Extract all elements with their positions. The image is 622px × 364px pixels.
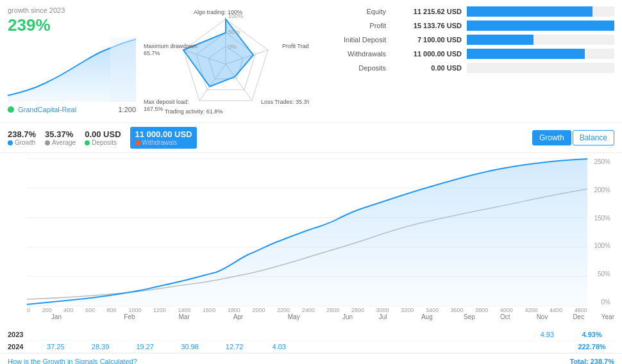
stat-value: 11 000.00 USD xyxy=(391,50,462,58)
year-row-2024: 2024 37.25 28.39 19.27 30.98 12.72 4.03 … xyxy=(8,341,614,353)
metric-value: 0.00 USD xyxy=(85,129,121,139)
svg-text:167.5%: 167.5% xyxy=(144,106,164,112)
svg-text:Loss Trades: 35.3%: Loss Trades: 35.3% xyxy=(261,99,309,105)
balance-button[interactable]: Balance xyxy=(573,130,614,145)
svg-text:Maximum drawdown:: Maximum drawdown: xyxy=(144,43,198,49)
svg-marker-9 xyxy=(183,19,253,87)
month-labels: Jan Feb Mar Apr May Jun Jul Aug Sep Oct … xyxy=(8,313,614,325)
svg-text:50%: 50% xyxy=(228,29,240,35)
year-total-2024: 222.78% xyxy=(569,343,614,351)
year-2023: 2023 xyxy=(8,331,33,338)
metric-value: 11 000.00 USD xyxy=(135,129,192,139)
metric-label: Growth xyxy=(8,139,36,146)
metric-value: 238.7% xyxy=(8,129,36,139)
stat-bar-container xyxy=(467,6,614,17)
svg-text:0%: 0% xyxy=(228,44,237,50)
growth-value: 239% xyxy=(8,15,136,35)
stat-bar-container xyxy=(467,49,614,59)
stat-row: Initial Deposit 7 100.00 USD xyxy=(315,35,614,45)
chart-area: 250% 200% 150% 100% 50% 0% 0 200 400 600… xyxy=(0,153,622,325)
metric-item: 0.00 USD Deposits xyxy=(85,129,121,146)
stat-row: Deposits 0.00 USD xyxy=(315,63,614,73)
stat-row: Equity 11 215.62 USD xyxy=(315,6,614,17)
stat-label: Equity xyxy=(315,8,386,15)
metric-dot xyxy=(85,140,90,145)
stat-bar-container xyxy=(467,21,614,31)
footer: How is the Growth in Signals Calculated?… xyxy=(0,353,622,364)
y-label-0: 0% xyxy=(591,299,612,306)
y-label-200: 200% xyxy=(591,186,612,194)
stat-label: Withdrawals xyxy=(315,50,386,58)
month-feb-2024: 28.39 xyxy=(78,343,123,351)
broker-dot xyxy=(8,106,14,113)
mini-chart xyxy=(8,38,136,102)
stat-bar xyxy=(467,6,593,17)
growth-button[interactable]: Growth xyxy=(532,130,571,145)
metric-row: 238.7% Growth 35.37% Average 0.00 USD De… xyxy=(0,122,622,153)
growth-since-label: growth since 2023 xyxy=(8,6,136,14)
month-dec-2023: 4.93 xyxy=(525,331,570,338)
svg-text:Max deposit load:: Max deposit load: xyxy=(144,99,189,105)
stat-value: 11 215.62 USD xyxy=(391,8,462,15)
stat-bar-container xyxy=(467,35,614,45)
metric-label: Deposits xyxy=(85,139,121,146)
stat-label: Profit xyxy=(315,22,386,29)
month-jun-2024: 4.03 xyxy=(256,343,301,351)
y-label-50: 50% xyxy=(591,270,612,277)
y-label-250: 250% xyxy=(591,158,612,165)
stat-row: Withdrawals 11 000.00 USD xyxy=(315,49,614,59)
stat-bar-container xyxy=(467,63,614,73)
metric-value: 35.37% xyxy=(45,129,76,139)
stat-value: 0.00 USD xyxy=(391,64,462,72)
stat-row: Profit 15 133.76 USD xyxy=(315,21,614,31)
y-label-150: 150% xyxy=(591,215,612,222)
svg-text:Profit Trades: 64.7%: Profit Trades: 64.7% xyxy=(282,43,309,49)
metric-dot xyxy=(8,140,13,145)
leverage: 1:200 xyxy=(118,106,136,113)
chart-type-buttons: Growth Balance xyxy=(532,130,614,145)
footer-total: Total: 238.7% xyxy=(570,358,615,364)
metric-label: Withdrawals xyxy=(135,139,192,146)
stat-bar xyxy=(467,49,585,59)
month-mar-2024: 19.27 xyxy=(122,343,167,351)
stat-value: 15 133.76 USD xyxy=(391,22,462,29)
svg-rect-0 xyxy=(110,38,136,102)
month-may-2024: 12.72 xyxy=(212,343,257,351)
svg-text:Algo trading: 100%: Algo trading: 100% xyxy=(194,9,242,15)
x-axis-numbers: 0 200 400 600 800 1000 1200 1400 1600 18… xyxy=(8,306,614,313)
stat-value: 7 100.00 USD xyxy=(391,36,462,44)
growth-calc-link[interactable]: How is the Growth in Signals Calculated? xyxy=(8,358,137,364)
svg-text:65.7%: 65.7% xyxy=(144,50,160,56)
year-total-2023: 4.93% xyxy=(569,331,614,338)
yearly-table: 2023 4.93 4.93% 2024 37.25 28.39 19.27 3… xyxy=(0,325,622,353)
metric-label: Average xyxy=(45,139,76,146)
metric-dot xyxy=(45,140,50,145)
metric-dot xyxy=(135,140,140,145)
metric-item: 35.37% Average xyxy=(45,129,76,146)
month-jan-2024: 37.25 xyxy=(33,343,78,351)
main-chart: 250% 200% 150% 100% 50% 0% xyxy=(8,158,614,306)
stat-label: Deposits xyxy=(315,64,386,72)
metric-item: 238.7% Growth xyxy=(8,129,36,146)
radar-panel: 100% 50% 0% Algo trading: 100% Profit Tr… xyxy=(142,6,309,119)
stat-bar xyxy=(467,21,614,31)
y-label-100: 100% xyxy=(591,242,612,249)
svg-text:Trading activity: 61.8%: Trading activity: 61.8% xyxy=(165,108,223,115)
month-apr-2024: 30.98 xyxy=(167,343,212,351)
year-row-2023: 2023 4.93 4.93% xyxy=(8,329,614,341)
metric-item: 11 000.00 USD Withdrawals xyxy=(130,127,198,149)
broker-name: GrandCapital-Real xyxy=(18,106,76,113)
stat-bar xyxy=(467,35,534,45)
stats-panel: Equity 11 215.62 USD Profit 15 133.76 US… xyxy=(315,6,614,77)
stat-label: Initial Deposit xyxy=(315,36,386,44)
year-2024: 2024 xyxy=(8,343,33,351)
